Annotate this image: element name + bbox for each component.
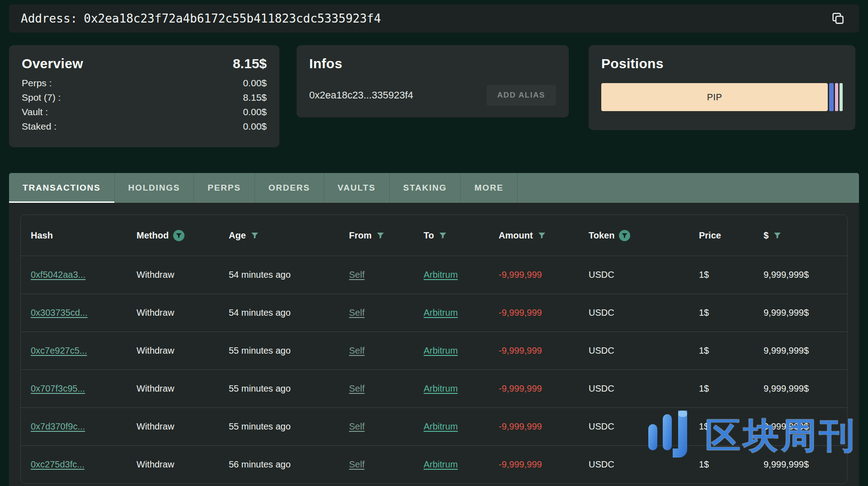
cell-hash: 0xc275d3fc... bbox=[31, 459, 137, 470]
table-row: 0x303735cd...Withdraw54 minutes agoSelfA… bbox=[21, 294, 847, 332]
tab-label: PERPS bbox=[208, 183, 241, 193]
tab-label: ORDERS bbox=[269, 183, 310, 193]
tab-more[interactable]: MORE bbox=[461, 173, 517, 203]
filter-icon-token[interactable] bbox=[618, 229, 631, 242]
from-value[interactable]: Self bbox=[349, 270, 364, 280]
transactions-table: HashMethodAgeFromToAmountTokenPrice$ 0xf… bbox=[20, 215, 848, 484]
hash-value[interactable]: 0x303735cd... bbox=[31, 308, 88, 318]
position-segment-pip[interactable]: PIP bbox=[601, 83, 828, 111]
tab-orders[interactable]: ORDERS bbox=[255, 173, 324, 203]
filter-icon-usd[interactable] bbox=[773, 231, 782, 240]
from-value[interactable]: Self bbox=[349, 421, 364, 431]
position-segment-stripe[interactable] bbox=[829, 83, 834, 111]
cell-price: 1$ bbox=[699, 459, 764, 470]
filter-icon-from[interactable] bbox=[376, 231, 385, 240]
to-value[interactable]: Arbitrum bbox=[424, 270, 458, 280]
column-header-label: Method bbox=[137, 230, 169, 241]
infos-card: Infos 0x2ea18c23...335923f4 ADD ALIAS bbox=[297, 45, 569, 117]
hash-value[interactable]: 0x7d370f9c... bbox=[31, 421, 85, 431]
usd-value: 9,999,999$ bbox=[764, 421, 809, 431]
overview-total-value: 8.15$ bbox=[233, 56, 267, 71]
cell-method: Withdraw bbox=[137, 346, 229, 356]
tab-transactions[interactable]: TRANSACTIONS bbox=[9, 173, 115, 203]
to-value[interactable]: Arbitrum bbox=[424, 308, 458, 318]
cell-method: Withdraw bbox=[137, 383, 229, 394]
infos-short-address: 0x2ea18c23...335923f4 bbox=[309, 89, 413, 101]
add-alias-button[interactable]: ADD ALIAS bbox=[486, 85, 556, 106]
transactions-panel: HashMethodAgeFromToAmountTokenPrice$ 0xf… bbox=[9, 203, 859, 486]
cell-to: Arbitrum bbox=[424, 270, 499, 280]
cell-from: Self bbox=[349, 383, 424, 394]
table-row: 0xf5042aa3...Withdraw54 minutes agoSelfA… bbox=[21, 256, 847, 294]
age-value: 56 minutes ago bbox=[229, 459, 291, 469]
tab-holdings[interactable]: HOLDINGS bbox=[115, 173, 194, 203]
to-value[interactable]: Arbitrum bbox=[424, 421, 458, 431]
overview-row: Spot (7) :8.15$ bbox=[22, 90, 267, 105]
cell-hash: 0xf5042aa3... bbox=[31, 270, 137, 280]
column-header-usd: $ bbox=[764, 230, 837, 241]
overview-row: Staked :0.00$ bbox=[22, 119, 267, 134]
filter-icon-amount[interactable] bbox=[537, 231, 547, 240]
overview-row-label: Staked : bbox=[22, 119, 57, 134]
price-value: 1$ bbox=[699, 383, 709, 393]
token-value: USDC bbox=[589, 270, 614, 280]
cell-from: Self bbox=[349, 308, 424, 318]
column-header-label: From bbox=[349, 230, 372, 241]
overview-row-label: Perps : bbox=[22, 76, 52, 90]
filter-icon-to[interactable] bbox=[438, 231, 448, 240]
token-value: USDC bbox=[589, 308, 614, 318]
tab-label: MORE bbox=[474, 183, 503, 193]
filter-icon-method[interactable] bbox=[173, 229, 185, 242]
amount-value: -9,999,999 bbox=[499, 459, 542, 469]
from-value[interactable]: Self bbox=[349, 308, 364, 318]
token-value: USDC bbox=[589, 346, 614, 355]
cell-hash: 0x707f3c95... bbox=[31, 383, 137, 394]
column-header-label: $ bbox=[764, 230, 769, 241]
price-value: 1$ bbox=[699, 346, 709, 355]
cell-token: USDC bbox=[589, 459, 699, 470]
filter-icon-age[interactable] bbox=[250, 231, 259, 240]
cell-usd: 9,999,999$ bbox=[764, 308, 837, 318]
from-value[interactable]: Self bbox=[349, 346, 364, 355]
from-value[interactable]: Self bbox=[349, 383, 364, 393]
position-segment-stripe[interactable] bbox=[835, 83, 838, 111]
cell-to: Arbitrum bbox=[424, 459, 499, 470]
method-value: Withdraw bbox=[137, 346, 174, 355]
cell-from: Self bbox=[349, 459, 424, 470]
price-value: 1$ bbox=[699, 459, 709, 469]
overview-row-label: Vault : bbox=[22, 105, 48, 119]
table-header-row: HashMethodAgeFromToAmountTokenPrice$ bbox=[21, 215, 847, 256]
to-value[interactable]: Arbitrum bbox=[424, 459, 458, 469]
hash-value[interactable]: 0xf5042aa3... bbox=[31, 270, 85, 280]
overview-row-value: 8.15$ bbox=[243, 90, 267, 105]
to-value[interactable]: Arbitrum bbox=[424, 383, 458, 393]
tab-vaults[interactable]: VAULTS bbox=[324, 173, 390, 203]
cell-amount: -9,999,999 bbox=[499, 383, 589, 394]
address-value: 0x2ea18c23f72a4b6172c55b411823cdc5335923… bbox=[84, 12, 381, 25]
tab-perps[interactable]: PERPS bbox=[194, 173, 255, 203]
age-value: 54 minutes ago bbox=[229, 270, 291, 280]
column-header-label: Age bbox=[229, 230, 246, 241]
from-value[interactable]: Self bbox=[349, 459, 364, 469]
amount-value: -9,999,999 bbox=[499, 421, 542, 431]
age-value: 55 minutes ago bbox=[229, 383, 291, 393]
cell-from: Self bbox=[349, 270, 424, 280]
overview-row-value: 0.00$ bbox=[243, 76, 267, 90]
usd-value: 9,999,999$ bbox=[764, 270, 809, 280]
overview-title: Overview bbox=[22, 56, 83, 71]
cell-token: USDC bbox=[589, 308, 699, 318]
position-segment-stripe[interactable] bbox=[840, 83, 843, 111]
amount-value: -9,999,999 bbox=[499, 270, 542, 280]
cell-usd: 9,999,999$ bbox=[764, 459, 837, 470]
hash-value[interactable]: 0x707f3c95... bbox=[31, 383, 85, 393]
to-value[interactable]: Arbitrum bbox=[424, 346, 458, 355]
hash-value[interactable]: 0xc275d3fc... bbox=[31, 459, 85, 469]
cell-token: USDC bbox=[589, 346, 699, 356]
cell-hash: 0xc7e927c5... bbox=[31, 346, 137, 356]
usd-value: 9,999,999$ bbox=[764, 346, 809, 355]
copy-address-button[interactable] bbox=[829, 9, 847, 28]
amount-value: -9,999,999 bbox=[499, 308, 542, 318]
tab-staking[interactable]: STAKING bbox=[390, 173, 461, 203]
cell-amount: -9,999,999 bbox=[499, 459, 589, 470]
hash-value[interactable]: 0xc7e927c5... bbox=[31, 346, 87, 355]
